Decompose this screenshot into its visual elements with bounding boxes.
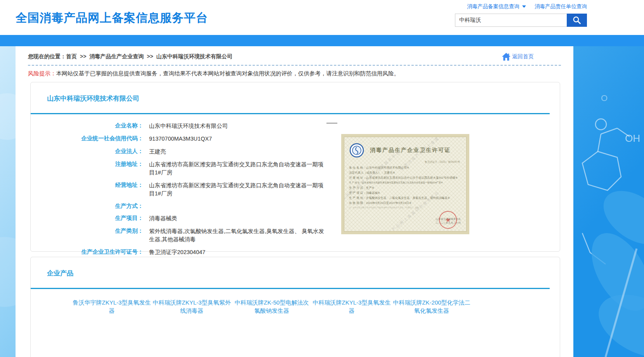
field-label: 企业名称： bbox=[31, 122, 143, 129]
certificate-line: 生 产 地 址：山东省潍坊市高新区潍安路与宝通街交叉路口东北角自动变速器一期项目… bbox=[349, 180, 462, 185]
certificate-line: 生 产 类 别：次氯酸钠发生器、二氧化氯发生器、臭氧发生器、紫外线消毒器※ bbox=[349, 195, 462, 200]
dashed-divider bbox=[28, 65, 561, 66]
field-row-license-number: 生产企业卫生许可证号： 鲁卫消证字202304047 bbox=[31, 248, 560, 256]
health-emblem-icon bbox=[349, 143, 365, 158]
nav-link-record-info-query[interactable]: 消毒产品备案信息查询 bbox=[467, 3, 519, 10]
field-value: 消毒器械类 bbox=[143, 214, 329, 223]
search-box bbox=[455, 14, 587, 27]
field-label: 生产项目： bbox=[31, 214, 143, 222]
back-home-link[interactable]: 返回首页 bbox=[502, 52, 534, 61]
field-label: 生产类别： bbox=[31, 227, 143, 235]
company-fields: 企业名称： 山东中科瑞沃环境技术有限公司 企业统一社会信用代码： 9137070… bbox=[31, 122, 560, 269]
card-title-divider bbox=[31, 288, 550, 289]
certificate-header: 消毒产品生产企业卫生许可证 bbox=[349, 143, 462, 158]
certificate-number: 鲁卫消证字（2023）第04047号 bbox=[349, 160, 462, 164]
certificate-line: 生 产 方 式：生产※ bbox=[349, 185, 462, 190]
breadcrumb-prefix: 您现在的位置： bbox=[28, 53, 66, 59]
top-header: 全国消毒产品网上备案信息服务平台 消毒产品备案信息查询 消毒产品责任单位查询 bbox=[0, 0, 644, 35]
red-seal-icon: ★ bbox=[438, 210, 458, 230]
field-value: 山东中科瑞沃环境技术有限公司 bbox=[143, 122, 329, 130]
search-button[interactable] bbox=[567, 14, 587, 27]
breadcrumb-home[interactable]: 首页 bbox=[66, 53, 77, 59]
certificate-line: 法定代表人（或负责人）：王建亮※ bbox=[349, 170, 462, 175]
field-row-credit-code: 企业统一社会信用代码： 91370700MA3M3U1QX7 bbox=[31, 135, 560, 143]
chevron-down-icon[interactable] bbox=[522, 5, 526, 8]
company-card-title: 山东中科瑞沃环境技术有限公司 bbox=[47, 94, 560, 103]
risk-notice-label: 风险提示： bbox=[28, 70, 56, 77]
field-row-registered-address: 注册地址： 山东省潍坊市高新区潍安路与宝通街交叉路口东北角自动变速器一期项目1#… bbox=[31, 160, 560, 177]
certificate-line: 有 效 期 限：2023年9月20日至2027年9月19日※ bbox=[349, 200, 462, 205]
field-row-company-name: 企业名称： 山东中科瑞沃环境技术有限公司 bbox=[31, 122, 560, 130]
field-row-legal-person: 企业法人： 王建亮 bbox=[31, 148, 560, 156]
header-blue-bar bbox=[0, 35, 644, 46]
breadcrumb-separator: >> bbox=[80, 53, 86, 59]
search-icon bbox=[572, 16, 582, 25]
field-row-business-address: 经营地址： 山东省潍坊市高新区潍安路与宝通街交叉路口东北角自动变速器一期项目1#… bbox=[31, 181, 560, 198]
risk-notice-text: 本网站仅基于已掌握的信息提供查询服务，查询结果不代表本网站对被查询对象信用状况的… bbox=[56, 70, 400, 77]
certificate-line: 生 产 项 目：消毒器械※ bbox=[349, 190, 462, 195]
product-link[interactable]: 中科瑞沃牌ZK-50型电解法次氯酸钠发生器 bbox=[233, 298, 311, 315]
field-row-production-category: 生产类别： 紫外线消毒器,次氯酸钠发生器,二氧化氯发生器,臭氧发生器、 臭氧水发… bbox=[31, 227, 560, 244]
field-label: 生产方式： bbox=[31, 202, 143, 210]
seal-star: ★ bbox=[444, 216, 451, 225]
field-label: 企业统一社会信用代码： bbox=[31, 135, 143, 142]
breadcrumb-separator: >> bbox=[147, 53, 153, 59]
nav-link-responsible-unit-query[interactable]: 消毒产品责任单位查询 bbox=[535, 3, 587, 10]
field-value: 紫外线消毒器,次氯酸钠发生器,二氧化氯发生器,臭氧发生器、 臭氧水发生器,其他器… bbox=[143, 227, 329, 244]
field-value: 王建亮 bbox=[143, 148, 329, 156]
field-row-production-project: 生产项目： 消毒器械类 bbox=[31, 214, 560, 223]
svg-text:O: O bbox=[601, 93, 608, 103]
certificate-line: 单 位 名 称：山东中科瑞沃环境技术有限公司※ bbox=[349, 165, 462, 170]
site-title: 全国消毒产品网上备案信息服务平台 bbox=[16, 10, 208, 26]
field-label: 经营地址： bbox=[31, 181, 143, 189]
company-info-card: 山东中科瑞沃环境技术有限公司 企业名称： 山东中科瑞沃环境技术有限公司 企业统一… bbox=[30, 82, 560, 252]
product-links: 鲁沃华宇牌ZKYL-3型臭氧发生器 中科瑞沃牌ZKYL-3型臭氧紫外线消毒器 中… bbox=[31, 298, 560, 321]
card-title-divider bbox=[31, 113, 550, 114]
field-value: 山东省潍坊市高新区潍安路与宝通街交叉路口东北角自动变速器一期项目1#厂房 bbox=[143, 181, 329, 198]
risk-notice: 风险提示：本网站仅基于已掌握的信息提供查询服务，查询结果不代表本网站对被查询对象… bbox=[28, 70, 561, 77]
company-products-card: 企业产品 鲁沃华宇牌ZKYL-3型臭氧发生器 中科瑞沃牌ZKYL-3型臭氧紫外线… bbox=[30, 257, 560, 357]
header-right: 消毒产品备案信息查询 消毒产品责任单位查询 bbox=[455, 3, 587, 27]
hygiene-license-certificate-image: 全国消毒产品网上备案信息服务平台 全国消毒产品网上备案信息服务平台 全国消毒产品… bbox=[341, 134, 469, 234]
field-label: 注册地址： bbox=[31, 160, 143, 168]
product-link[interactable]: 中科瑞沃牌ZK-200型化学法二氧化氯发生器 bbox=[392, 298, 471, 315]
certificate-note: 注：本许可证仅限于在许可的生产场所从事许可项目的生产活动，不得转让、涂改。 bbox=[349, 206, 439, 209]
top-nav: 消毒产品备案信息查询 消毒产品责任单位查询 bbox=[455, 3, 587, 10]
product-link[interactable]: 中科瑞沃牌ZKYL-3型臭氧发生器 bbox=[312, 298, 391, 315]
product-link[interactable]: 鲁沃华宇牌ZKYL-3型臭氧发生器 bbox=[73, 298, 151, 315]
main-content: 您现在的位置：首页>>消毒产品生产企业查询>>山东中科瑞沃环境技术有限公司 返回… bbox=[16, 46, 573, 357]
certificate-scan-mark bbox=[326, 123, 337, 124]
certificate-inner: 全国消毒产品网上备案信息服务平台 全国消毒产品网上备案信息服务平台 全国消毒产品… bbox=[344, 137, 467, 232]
breadcrumb-row: 您现在的位置：首页>>消毒产品生产企业查询>>山东中科瑞沃环境技术有限公司 返回… bbox=[28, 52, 561, 61]
certificate-body: 单 位 名 称：山东中科瑞沃环境技术有限公司※ 法定代表人（或负责人）：王建亮※… bbox=[349, 165, 462, 205]
field-label: 企业法人： bbox=[31, 148, 143, 155]
field-row-production-mode: 生产方式： bbox=[31, 202, 560, 210]
search-input[interactable] bbox=[455, 14, 567, 27]
products-card-title: 企业产品 bbox=[47, 269, 560, 278]
field-value: 鲁卫消证字202304047 bbox=[143, 248, 329, 256]
home-icon bbox=[502, 52, 511, 61]
field-label: 生产企业卫生许可证号： bbox=[31, 248, 143, 256]
field-value: 山东省潍坊市高新区潍安路与宝通街交叉路口东北角自动变速器一期项目1#厂房 bbox=[143, 160, 329, 177]
certificate-title: 消毒产品生产企业卫生许可证 bbox=[370, 147, 451, 154]
svg-text:OH: OH bbox=[625, 132, 640, 144]
back-home-label: 返回首页 bbox=[512, 53, 534, 60]
product-link[interactable]: 中科瑞沃牌ZKYL-3型臭氧紫外线消毒器 bbox=[153, 298, 231, 315]
breadcrumb-enterprise-query[interactable]: 消毒产品生产企业查询 bbox=[89, 53, 144, 59]
breadcrumb-current: 山东中科瑞沃环境技术有限公司 bbox=[156, 53, 233, 59]
breadcrumb: 您现在的位置：首页>>消毒产品生产企业查询>>山东中科瑞沃环境技术有限公司 bbox=[28, 53, 233, 60]
field-value: 91370700MA3M3U1QX7 bbox=[143, 135, 329, 143]
certificate-line: 注 册 地 址：山东省潍坊高新区玉清东街以北中心次干道以西高新大厦902号科研楼… bbox=[349, 175, 462, 180]
